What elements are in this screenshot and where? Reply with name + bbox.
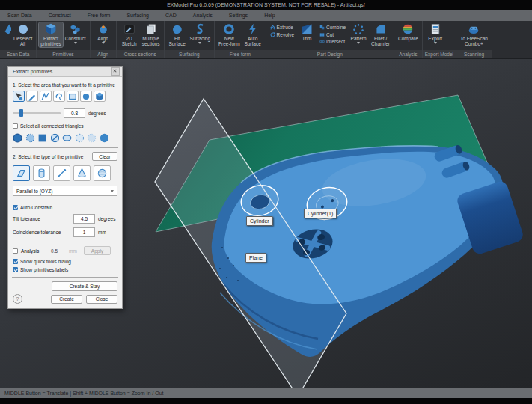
ribbon-item-revolve[interactable]: Revolve [270, 32, 294, 37]
cone-type-button[interactable] [73, 165, 91, 181]
create-button[interactable]: Create [51, 295, 82, 304]
polyline-select-button[interactable] [40, 91, 52, 102]
quick-tools-row[interactable]: Show quick tools dialog [13, 259, 117, 264]
ribbon-item-surfacing[interactable]: Surfacing [189, 22, 212, 45]
circle-select-button[interactable] [80, 91, 92, 102]
panel-header[interactable]: Extract primitives [8, 67, 122, 77]
lasso-select-button[interactable] [53, 91, 65, 102]
menu-scan-data[interactable]: Scan Data [7, 13, 32, 18]
slider-thumb[interactable] [19, 109, 23, 117]
status-text: MIDDLE Button = Translate | Shift + MIDD… [4, 391, 164, 396]
slider-value-field[interactable]: 0.8 [64, 108, 85, 118]
ribbon-group-free-form: New Free-formAuto SurfaceFree form [215, 21, 266, 58]
ribbon-item-pattern[interactable]: Pattern [348, 22, 369, 45]
brush-select-button[interactable] [13, 91, 25, 102]
analysis-value: 0.5 [51, 248, 66, 254]
sphere-filled-icon[interactable] [100, 133, 109, 143]
ribbon-item-new-free-form[interactable]: New Free-form [217, 22, 242, 47]
close-icon[interactable] [111, 67, 120, 76]
primitives-labels-row[interactable]: Show primitives labels [13, 267, 117, 272]
square-solid-icon[interactable] [37, 133, 47, 143]
primitives-labels-checkbox[interactable] [13, 267, 18, 272]
analysis-checkbox[interactable] [13, 248, 18, 254]
menu-surfacing[interactable]: Surfacing [126, 13, 149, 18]
deselect-circle-icon [17, 23, 29, 35]
menu-construct[interactable]: Construct [49, 13, 71, 18]
ribbon-item-extrude[interactable]: Extrude [270, 25, 294, 30]
tilt-tolerance-field[interactable]: 4.5 [73, 214, 95, 224]
auto-constrain-row[interactable]: Auto Constrain [13, 205, 117, 210]
cube-select-button[interactable] [94, 91, 106, 102]
viewport-3d[interactable]: CylinderCylinder(1)Plane Extract primiti… [0, 59, 532, 388]
ribbon-group-label: Scan Data [0, 50, 36, 58]
connected-triangles-checkbox[interactable] [13, 123, 18, 129]
sphere-slashed-icon[interactable] [50, 133, 60, 143]
pen-select-button[interactable] [26, 91, 38, 102]
ribbon-item-auto-surface[interactable]: Auto Surface [242, 22, 263, 47]
close-button[interactable]: Close [86, 295, 117, 304]
ribbon-group-primitives: Extract primitivesConstructPrimitives [37, 21, 90, 58]
trim-icon [301, 23, 313, 35]
primitive-type-row [13, 165, 117, 181]
align-ball-icon [97, 23, 109, 35]
apply-button[interactable]: Apply [84, 246, 111, 255]
primitive-label-cylinder[interactable]: Cylinder [246, 216, 273, 226]
chevron-down-icon [111, 190, 114, 192]
menu-bar: Scan DataConstructFree-formSurfacingCADA… [0, 10, 532, 21]
menu-settings[interactable]: Settings [229, 13, 248, 18]
ribbon-item-fit-surface[interactable]: Fit Surface [167, 22, 188, 47]
line-type-button[interactable] [53, 165, 70, 181]
ribbon-item-combine[interactable]: Combine [319, 25, 346, 30]
help-icon[interactable]: ? [13, 294, 22, 304]
menu-analysis[interactable]: Analysis [193, 13, 213, 18]
plane-type-button[interactable] [13, 165, 30, 181]
ribbon-group-cross-sections: 2D SketchMultiple sectionsCross sections [117, 21, 165, 58]
sphere-type-button[interactable] [94, 165, 111, 181]
divider [12, 147, 118, 148]
ribbon-item-deselect-all[interactable]: Deselect All [12, 22, 34, 47]
rectangle-select-button[interactable] [67, 91, 79, 102]
menu-help[interactable]: Help [264, 13, 275, 18]
ellipse-outline-icon[interactable] [62, 133, 72, 143]
ribbon-item-intersect[interactable]: Intersect [319, 39, 346, 44]
primitive-label-cylinder-1[interactable]: Cylinder(1) [304, 209, 337, 218]
surface-patch-icon [171, 23, 183, 35]
analysis-row: Analysis 0.5 mm Apply [13, 246, 117, 255]
auto-constrain-checkbox[interactable] [13, 205, 18, 210]
sphere-stippled-icon[interactable] [25, 133, 35, 143]
ribbon-item-compare[interactable]: Compare [397, 22, 420, 42]
clear-button[interactable]: Clear [92, 152, 117, 161]
cubes-icon [70, 23, 82, 35]
sphere-solid-icon[interactable] [13, 133, 22, 143]
step1-label: 1. Select the area that you want to fit … [13, 82, 117, 88]
ribbon-item-cut[interactable]: Cut [319, 32, 346, 37]
ribbon-item-trim[interactable]: Trim [296, 22, 317, 42]
menu-free-form[interactable]: Free-form [88, 13, 111, 18]
quick-tools-checkbox[interactable] [13, 259, 18, 264]
ribbon-item-align[interactable]: Align [93, 22, 114, 45]
orientation-dropdown[interactable]: Parallel to (OYZ) [13, 186, 117, 196]
ribbon-item-fillet-chamfer[interactable]: Fillet / Chamfer [370, 22, 391, 47]
ribbon-item-construct[interactable]: Construct [64, 22, 88, 45]
sphere-dashed-icon[interactable] [75, 133, 85, 143]
ribbon-item-multiple-sections[interactable]: Multiple sections [141, 22, 162, 47]
dropdown-caret-icon [357, 42, 360, 44]
s-curve-icon [194, 23, 206, 35]
ribbon-item-export[interactable]: Export [425, 22, 446, 45]
ribbon-item-clipped[interactable] [2, 22, 11, 37]
ribbon-group-label: Free form [215, 50, 266, 58]
ribbon-item-2d-sketch[interactable]: 2D Sketch [119, 22, 140, 47]
sphere-faded-icon[interactable] [87, 133, 97, 143]
step2-row: 2. Select the type of the primitive Clea… [13, 152, 117, 161]
export-doc-icon [429, 23, 441, 35]
connected-triangles-row[interactable]: Select all connected triangles [13, 123, 117, 129]
freeform-ring-icon [223, 23, 235, 35]
ribbon-item-extract-primitives[interactable]: Extract primitives [39, 22, 62, 47]
ribbon-item-to-freescan-combo[interactable]: To FreeScan Combo+ [459, 22, 489, 47]
primitive-label-plane[interactable]: Plane [245, 253, 266, 263]
create-and-stay-button[interactable]: Create & Stay [52, 281, 117, 291]
coincidence-tolerance-field[interactable]: 1 [73, 227, 95, 237]
slider-track[interactable] [13, 112, 61, 114]
cylinder-type-button[interactable] [33, 165, 50, 181]
menu-cad[interactable]: CAD [165, 13, 177, 18]
